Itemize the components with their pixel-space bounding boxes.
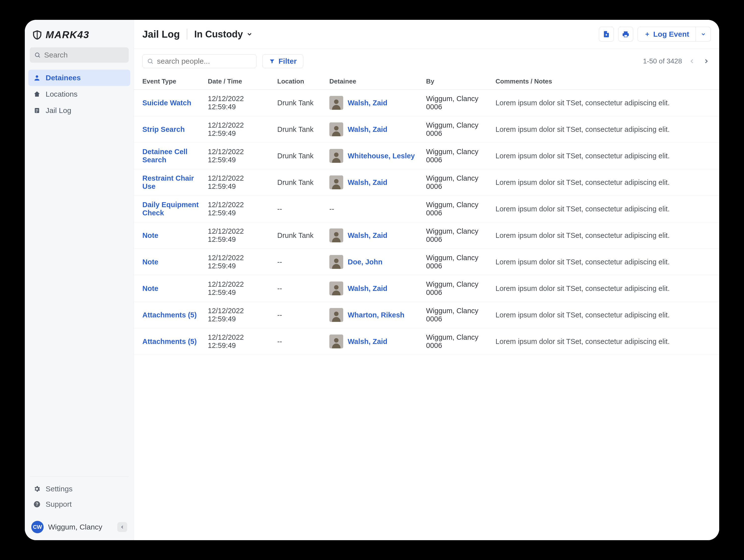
- detainee-link[interactable]: Walsh, Zaid: [348, 178, 387, 187]
- col-detainee[interactable]: Detainee: [325, 74, 421, 89]
- global-search-input[interactable]: [44, 51, 124, 59]
- table-row[interactable]: Restraint Chair Use12/12/2022 12:59:49Dr…: [134, 169, 719, 196]
- cell-by: Wiggum, Clancy0006: [421, 302, 491, 328]
- table-row[interactable]: Daily Equipment Check12/12/2022 12:59:49…: [134, 196, 719, 222]
- cell-detainee: Doe, John: [325, 249, 421, 275]
- table-row[interactable]: Attachments (5)12/12/2022 12:59:49--Wals…: [134, 328, 719, 355]
- toolbar: Filter 1-50 of 3428: [134, 49, 719, 74]
- by-name: Wiggum, Clancy: [426, 174, 487, 183]
- filter-button[interactable]: Filter: [262, 54, 303, 68]
- svg-point-14: [334, 99, 338, 104]
- table-row[interactable]: Note12/12/2022 12:59:49--Doe, JohnWiggum…: [134, 249, 719, 275]
- cell-datetime: 12/12/2022 12:59:49: [203, 249, 273, 275]
- detainee-link[interactable]: Doe, John: [348, 258, 382, 266]
- funnel-icon: [269, 58, 275, 64]
- cell-detainee: Whitehouse, Lesley: [325, 143, 421, 169]
- sidebar-item-label: Jail Log: [46, 106, 71, 115]
- sidebar-item-locations[interactable]: Locations: [28, 86, 130, 102]
- cell-by: Wiggum, Clancy0006: [421, 275, 491, 302]
- svg-point-18: [334, 232, 338, 236]
- cell-datetime: 12/12/2022 12:59:49: [203, 169, 273, 196]
- page-header: Jail Log In Custody: [134, 20, 719, 49]
- support-link[interactable]: ? Support: [28, 496, 130, 512]
- table-row[interactable]: Strip Search12/12/2022 12:59:49Drunk Tan…: [134, 116, 719, 143]
- export-button[interactable]: [599, 27, 614, 42]
- cell-datetime: 12/12/2022 12:59:49: [203, 116, 273, 143]
- by-id: 0006: [426, 288, 487, 296]
- by-id: 0006: [426, 209, 487, 217]
- file-download-icon: [603, 31, 610, 38]
- by-id: 0006: [426, 235, 487, 244]
- table-row[interactable]: Detainee Cell Search12/12/2022 12:59:49D…: [134, 143, 719, 169]
- cell-by: Wiggum, Clancy0006: [421, 328, 491, 355]
- by-id: 0006: [426, 315, 487, 323]
- event-type-link[interactable]: Attachments (5): [142, 311, 197, 319]
- filter-label: Filter: [278, 57, 297, 66]
- event-type-link[interactable]: Note: [142, 258, 158, 266]
- table-row[interactable]: Note12/12/2022 12:59:49Drunk TankWalsh, …: [134, 222, 719, 249]
- shield-logo-icon: [32, 30, 43, 40]
- chevron-left-icon: [120, 525, 125, 529]
- event-type-link[interactable]: Restraint Chair Use: [142, 174, 194, 190]
- detainee-link[interactable]: Walsh, Zaid: [348, 337, 387, 346]
- table-row[interactable]: Note12/12/2022 12:59:49--Walsh, ZaidWigg…: [134, 275, 719, 302]
- sidebar-item-jail-log[interactable]: Jail Log: [28, 102, 130, 119]
- svg-point-22: [334, 338, 338, 343]
- col-datetime[interactable]: Date / Time: [203, 74, 273, 89]
- event-type-link[interactable]: Note: [142, 284, 158, 292]
- table-header: Event Type Date / Time Location Detainee…: [134, 74, 719, 89]
- cell-comments: Lorem ipsum dolor sit TSet, consectetur …: [491, 196, 719, 222]
- cell-detainee: --: [325, 196, 421, 222]
- header-actions: Log Event: [599, 27, 711, 42]
- mugshot-icon: [329, 175, 343, 189]
- event-type-link[interactable]: Attachments (5): [142, 337, 197, 346]
- current-user[interactable]: CW Wiggum, Clancy: [25, 516, 134, 540]
- detainee-link[interactable]: Whitehouse, Lesley: [348, 152, 415, 160]
- detainee-link[interactable]: Walsh, Zaid: [348, 99, 387, 107]
- user-avatar: CW: [31, 521, 44, 533]
- col-by[interactable]: By: [421, 74, 491, 89]
- cell-location: Drunk Tank: [273, 222, 325, 249]
- cell-detainee: Walsh, Zaid: [325, 116, 421, 143]
- svg-point-2: [36, 75, 38, 78]
- by-name: Wiggum, Clancy: [426, 201, 487, 209]
- log-event-dropdown-button[interactable]: [696, 27, 711, 42]
- event-type-link[interactable]: Detainee Cell Search: [142, 148, 187, 164]
- mugshot-icon: [329, 281, 343, 295]
- event-type-link[interactable]: Note: [142, 232, 158, 239]
- sidebar-item-detainees[interactable]: Detainees: [28, 70, 130, 86]
- event-type-link[interactable]: Suicide Watch: [142, 99, 191, 107]
- print-button[interactable]: [618, 27, 633, 42]
- svg-point-17: [334, 179, 338, 184]
- detainee-link[interactable]: Walsh, Zaid: [348, 125, 387, 133]
- cell-comments: Lorem ipsum dolor sit TSet, consectetur …: [491, 143, 719, 169]
- gear-icon: [33, 485, 41, 492]
- settings-link[interactable]: Settings: [28, 481, 130, 496]
- sidebar-collapse-button[interactable]: [117, 522, 127, 532]
- table-row[interactable]: Suicide Watch12/12/2022 12:59:49Drunk Ta…: [134, 89, 719, 116]
- cell-location: --: [273, 302, 325, 328]
- detainee-link[interactable]: Walsh, Zaid: [348, 232, 387, 240]
- event-type-link[interactable]: Daily Equipment Check: [142, 201, 199, 217]
- printer-icon: [622, 31, 629, 38]
- global-search[interactable]: [30, 47, 129, 63]
- cell-datetime: 12/12/2022 12:59:49: [203, 143, 273, 169]
- svg-point-16: [334, 152, 338, 157]
- search-people[interactable]: [142, 54, 256, 68]
- search-people-input[interactable]: [157, 57, 252, 66]
- page-prev-button[interactable]: [687, 57, 696, 66]
- col-event-type[interactable]: Event Type: [134, 74, 203, 89]
- event-type-link[interactable]: Strip Search: [142, 125, 185, 133]
- by-name: Wiggum, Clancy: [426, 95, 487, 103]
- subview-dropdown[interactable]: In Custody: [194, 29, 253, 40]
- col-comments[interactable]: Comments / Notes: [491, 74, 719, 89]
- log-icon: [33, 107, 41, 114]
- search-icon: [147, 58, 153, 65]
- detainee-link[interactable]: Wharton, Rikesh: [348, 311, 405, 319]
- by-name: Wiggum, Clancy: [426, 121, 487, 129]
- log-event-button[interactable]: Log Event: [638, 27, 696, 42]
- col-location[interactable]: Location: [273, 74, 325, 89]
- detainee-link[interactable]: Walsh, Zaid: [348, 284, 387, 293]
- page-next-button[interactable]: [702, 57, 711, 66]
- table-row[interactable]: Attachments (5)12/12/2022 12:59:49--Whar…: [134, 302, 719, 328]
